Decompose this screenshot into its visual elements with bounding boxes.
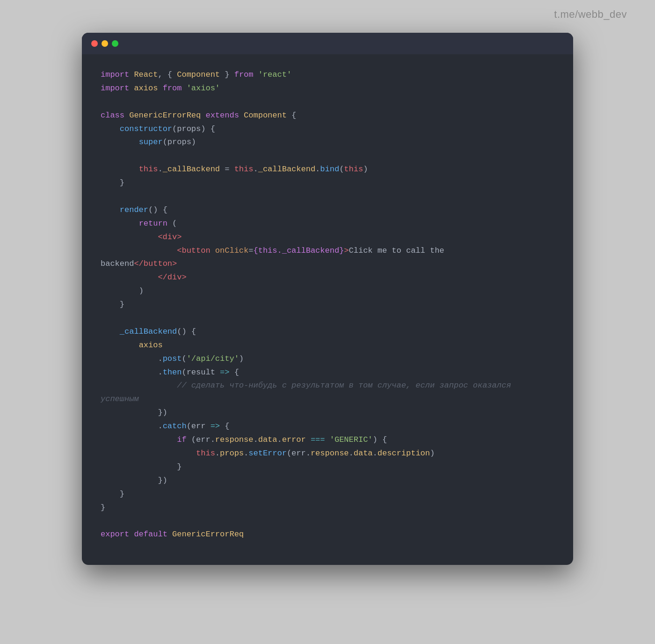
code-editor: import React, { Component } from 'react'… [82, 54, 573, 565]
close-button[interactable] [91, 40, 98, 47]
maximize-button[interactable] [112, 40, 118, 47]
code-window: import React, { Component } from 'react'… [82, 33, 573, 565]
titlebar [82, 33, 573, 54]
watermark-text: t.me/webb_dev [554, 8, 627, 21]
minimize-button[interactable] [102, 40, 108, 47]
